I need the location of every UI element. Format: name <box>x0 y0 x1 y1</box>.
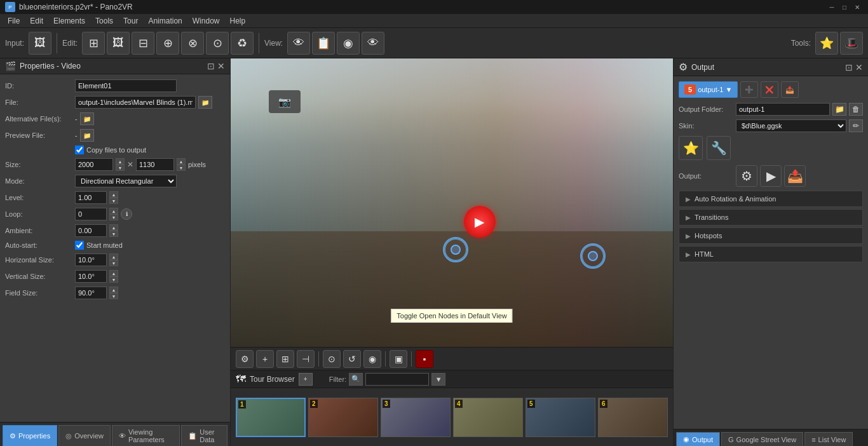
file-input[interactable] <box>75 96 196 109</box>
horiz-spinner[interactable]: ▲▼ <box>109 253 118 266</box>
vp-view1-btn[interactable]: ▣ <box>390 350 407 368</box>
section-autorotation[interactable]: ▶ Auto Rotation & Animation <box>679 191 863 207</box>
filter-icon-btn[interactable]: 🔍 <box>349 373 363 386</box>
size-h-spinner[interactable]: ▲▼ <box>177 158 186 171</box>
size-w-spinner[interactable]: ▲▼ <box>116 158 125 171</box>
filter-dropdown-btn[interactable]: ▼ <box>431 373 445 386</box>
output-folder-browse-btn[interactable]: 📁 <box>832 103 846 116</box>
edit-btn-1[interactable]: ⊞ <box>82 32 105 55</box>
window-controls[interactable]: ─ □ ✕ <box>826 2 863 12</box>
loop-input[interactable] <box>75 208 107 220</box>
thumb-1[interactable]: 1 <box>236 398 306 437</box>
section-html[interactable]: ▶ HTML <box>679 246 863 262</box>
output-close-btn[interactable]: ✕ <box>855 62 863 72</box>
tab-viewing[interactable]: 👁 Viewing Parameters <box>112 425 180 446</box>
minimize-button[interactable]: ─ <box>826 2 837 12</box>
preview-btn[interactable]: 📁 <box>80 129 94 142</box>
video-hotspot[interactable]: ▶ <box>461 203 499 241</box>
menu-elements[interactable]: Elements <box>48 15 90 27</box>
level-spinner[interactable]: ▲▼ <box>109 191 118 204</box>
mode-select[interactable]: Directional Rectangular <box>75 175 177 187</box>
loop-spinner[interactable]: ▲▼ <box>109 208 118 220</box>
output-float-btn[interactable]: ⊡ <box>845 62 853 72</box>
vp-grid-btn[interactable]: ⊞ <box>276 350 294 368</box>
filter-input[interactable] <box>365 373 429 386</box>
alt-file-btn[interactable]: 📁 <box>80 112 94 125</box>
tools-btn-2[interactable]: 🎩 <box>840 32 863 55</box>
vp-globe-btn[interactable]: ◉ <box>363 350 381 368</box>
vp-highlight-btn[interactable]: ▪ <box>416 350 433 368</box>
input-btn[interactable]: 🖼 <box>29 32 51 55</box>
output-folder-clear-btn[interactable]: 🗑 <box>849 103 863 116</box>
view-btn-3[interactable]: ◉ <box>337 32 360 55</box>
export-output-btn[interactable]: 📤 <box>781 81 799 98</box>
ambient-spinner[interactable]: ▲▼ <box>109 224 118 237</box>
tab-userdata[interactable]: 📋 User Data <box>181 425 227 446</box>
field-spinner[interactable]: ▲▼ <box>109 287 118 299</box>
vp-add-btn[interactable]: + <box>256 350 274 368</box>
tab-output[interactable]: ◉ Output <box>676 432 720 446</box>
edit-btn-7[interactable]: ♻ <box>231 32 254 55</box>
tab-listview[interactable]: ≡ List View <box>804 432 853 446</box>
loop-info-btn[interactable]: ℹ <box>121 208 132 220</box>
thumb-3[interactable]: 3 <box>381 398 451 437</box>
view-btn-2[interactable]: 📋 <box>312 32 335 55</box>
ambient-input[interactable] <box>75 224 107 237</box>
video-play-icon[interactable]: ▶ <box>464 206 496 238</box>
edit-btn-5[interactable]: ⊗ <box>181 32 204 55</box>
section-transitions[interactable]: ▶ Transitions <box>679 209 863 226</box>
vert-spinner[interactable]: ▲▼ <box>109 270 118 283</box>
properties-close-btn[interactable]: ✕ <box>217 61 225 71</box>
thumb-5[interactable]: 5 <box>526 398 595 437</box>
menu-animation[interactable]: Animation <box>143 15 187 27</box>
thumb-6[interactable]: 6 <box>598 398 668 437</box>
view-btn-4[interactable]: 👁 <box>362 32 384 55</box>
view-btn-1[interactable]: 👁 <box>287 32 310 55</box>
start-muted-checkbox[interactable] <box>75 241 84 250</box>
file-browse-btn[interactable]: 📁 <box>198 96 212 109</box>
skin-edit-btn[interactable]: ✏ <box>849 119 863 132</box>
skin-select[interactable]: $d\Blue.ggsk <box>736 119 846 132</box>
edit-btn-2[interactable]: 🖼 <box>107 32 130 55</box>
html5-output-btn[interactable]: 5 output-1 ▼ <box>679 81 738 98</box>
menu-file[interactable]: File <box>3 15 25 27</box>
output-publish-icon[interactable]: 📤 <box>784 165 806 187</box>
id-input[interactable] <box>75 79 177 92</box>
output-gear-icon[interactable]: ⚙ <box>736 165 757 187</box>
size-w-input[interactable] <box>75 158 113 171</box>
vp-pointer-btn[interactable]: ⊙ <box>323 350 341 368</box>
edit-btn-6[interactable]: ⊙ <box>206 32 229 55</box>
copy-checkbox[interactable] <box>75 145 84 154</box>
thumb-4[interactable]: 4 <box>453 398 523 437</box>
output-folder-input[interactable] <box>736 103 830 116</box>
menu-tour[interactable]: Tour <box>118 15 143 27</box>
vp-move-btn[interactable]: ⊣ <box>297 350 315 368</box>
maximize-button[interactable]: □ <box>839 2 850 12</box>
section-hotspots[interactable]: ▶ Hotspots <box>679 227 863 244</box>
menu-edit[interactable]: Edit <box>25 15 48 27</box>
tab-properties[interactable]: ⚙ Properties <box>3 425 57 446</box>
tour-add-btn[interactable]: + <box>299 373 313 386</box>
output-controls[interactable]: ⊡ ✕ <box>845 62 863 72</box>
menu-tools[interactable]: Tools <box>90 15 118 27</box>
vert-input[interactable] <box>75 270 107 283</box>
close-button[interactable]: ✕ <box>851 2 863 12</box>
field-input[interactable] <box>75 287 107 299</box>
edit-btn-4[interactable]: ⊕ <box>156 32 179 55</box>
horiz-input[interactable] <box>75 253 107 266</box>
hotspot-2[interactable] <box>580 243 606 269</box>
vp-settings-btn[interactable]: ⚙ <box>236 350 254 368</box>
remove-output-btn[interactable]: ❌ <box>761 81 778 98</box>
skin-star-icon[interactable]: ⭐ <box>679 136 703 160</box>
add-output-btn[interactable]: ➕ <box>740 81 758 98</box>
tab-overview[interactable]: ◎ Overview <box>58 425 111 446</box>
menu-help[interactable]: Help <box>224 15 250 27</box>
tools-btn-1[interactable]: ⭐ <box>815 32 838 55</box>
menu-window[interactable]: Window <box>187 15 225 27</box>
vp-rotate-btn[interactable]: ↺ <box>343 350 361 368</box>
size-h-input[interactable] <box>136 158 174 171</box>
properties-controls[interactable]: ⊡ ✕ <box>207 61 225 71</box>
properties-float-btn[interactable]: ⊡ <box>207 61 215 71</box>
thumb-2[interactable]: 2 <box>308 398 378 437</box>
tab-gsv[interactable]: G Google Street View <box>721 432 803 446</box>
